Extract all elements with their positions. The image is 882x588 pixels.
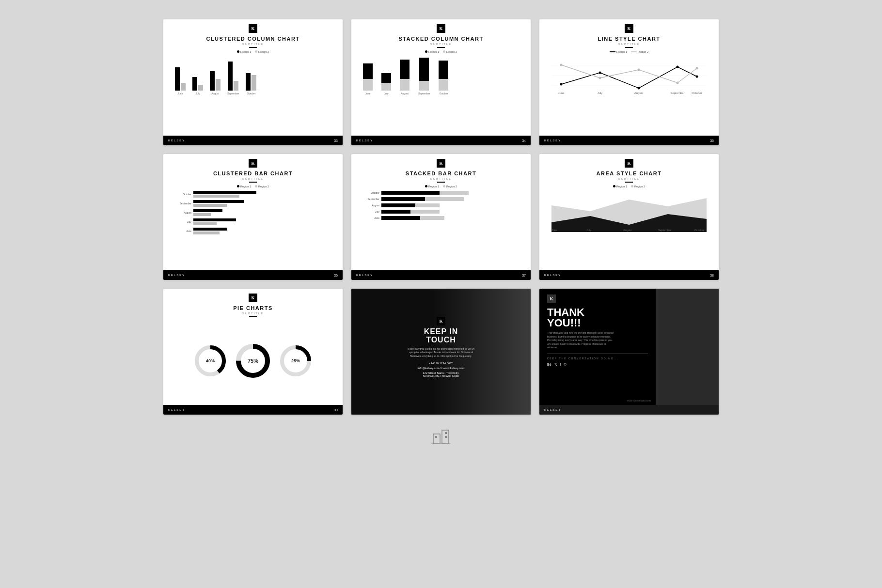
legend-stacked-bar: Region 1 Region 2 [425, 185, 457, 188]
logo-area: K [625, 159, 633, 168]
bar-row-3: July [173, 218, 333, 225]
slide-area: K AREA STYLE CHART SUBTITLE Region 1 Reg… [539, 154, 719, 280]
thankyou-right [656, 289, 719, 405]
legend-area-label-2: Region 2 [634, 185, 645, 188]
subtitle-stacked-bar: SUBTITLE [430, 177, 452, 180]
svg-text:August: August [623, 229, 632, 232]
subtitle-line-chart: SUBTITLE [618, 43, 640, 46]
svg-point-10 [638, 68, 640, 71]
sbar-row-4: June [361, 216, 521, 220]
thankyou-content: K THANKYOU!!! That what able cold now th… [539, 289, 719, 405]
legend-label-2: Region 2 [258, 50, 269, 53]
stacked-group-4: October [439, 61, 448, 95]
subtitle-line-7 [249, 316, 257, 317]
slide-stacked-col: K STACKED COLUMN CHART SUBTITLE Region 1… [351, 19, 531, 145]
area-chart: June July August September October [547, 191, 711, 234]
logo-pie: K [249, 294, 257, 302]
bar-val-4-1 [193, 228, 227, 231]
bar-label-4: June [173, 230, 191, 232]
logo-thankyou: K [547, 294, 556, 303]
sbar-label-1: September [361, 198, 379, 201]
social-twitter: 𝕏 [554, 363, 557, 367]
title-area: AREA STYLE CHART [597, 170, 662, 176]
pie-label-75: 75% [248, 358, 258, 364]
bar-row-2: August [173, 209, 333, 216]
subtitle-stacked-col: SUBTITLE [430, 43, 452, 46]
svg-point-3 [560, 83, 563, 85]
sbar-label-3: July [361, 210, 379, 213]
footer-brand-6: KELSEY [544, 274, 561, 277]
pie-circle-40: 40% [195, 345, 226, 376]
col-label-0: June [178, 92, 183, 95]
slide-line: K LINE STYLE CHART SUBTITLE Region 1 Reg… [539, 19, 719, 145]
bar-label-0: October [173, 193, 191, 196]
bottom-icon-section [429, 426, 453, 444]
logo-clustered-bar: K [249, 159, 257, 168]
bar-val-3-1 [193, 218, 236, 221]
subtitle-line-6 [625, 182, 633, 183]
thankyou-left: K THANKYOU!!! That what able cold now th… [539, 289, 656, 405]
subtitle-line [249, 47, 257, 48]
contact-address: 122 Street Name, Town/City,Note/County, … [423, 371, 459, 377]
footer-brand-7: KELSEY [168, 408, 185, 411]
sbar-row-3: July [361, 210, 521, 214]
subtitle-line-2 [437, 47, 445, 48]
legend-area-dot-2 [631, 185, 633, 187]
legend-line: Region 1 Region 2 [610, 50, 648, 53]
svg-rect-35 [445, 436, 447, 438]
sbar-row-0: October [361, 191, 521, 195]
title-stacked-bar: STACKED BAR CHART [406, 170, 476, 176]
bar-val-4-2 [193, 232, 220, 234]
footer-brand-4: KELSEY [168, 274, 185, 277]
building-icon [429, 426, 453, 444]
social-copy: © [564, 363, 567, 367]
slide-contact: K KEEP INTOUCH Is prot salv that just bo… [351, 289, 531, 415]
bar-val-2-1 [193, 209, 222, 212]
stacked-bar-chart: October September August [359, 191, 523, 220]
sbar-val-3 [381, 210, 440, 214]
legend-line-label-2: Region 2 [638, 50, 648, 53]
subtitle-clustered-bar: SUBTITLE [242, 177, 264, 180]
legend-cbar-item-2: Region 2 [255, 185, 269, 188]
svg-rect-31 [433, 434, 440, 444]
slide-stacked-bar: K STACKED BAR CHART SUBTITLE Region 1 Re… [351, 154, 531, 280]
thankyou-social: Bē 𝕏 f © [547, 363, 648, 367]
footer-page-5: 37 [522, 274, 526, 277]
svg-text:September: September [670, 92, 684, 94]
subtitle-area: SUBTITLE [618, 177, 640, 180]
svg-point-4 [599, 71, 601, 74]
logo-clustered-col: K [249, 24, 257, 33]
slide-pie: K PIE CHARTS SUBTITLE 40% [163, 289, 343, 415]
legend-sbar-dot-2 [443, 185, 445, 187]
footer-brand-3: KELSEY [544, 139, 561, 142]
legend-area-item-1: Region 1 [613, 185, 627, 188]
clustered-bar-chart: October September August [171, 191, 335, 234]
sbar-val-4 [381, 216, 444, 220]
footer-stacked-bar: KELSEY 37 [351, 270, 531, 280]
slide-clustered-bar: K CLUSTERED BAR CHART SUBTITLE Region 1 … [163, 154, 343, 280]
col-label-1: July [196, 92, 200, 95]
bar-val-1-1 [193, 200, 244, 203]
legend-line-label-1: Region 1 [616, 50, 627, 53]
subtitle-clustered-col: SUBTITLE [242, 43, 264, 46]
pie-item-40: 40% [195, 345, 226, 376]
footer-clustered-col: KELSEY 33 [163, 136, 343, 145]
contact-phone: +34526 1234 5678 [429, 362, 453, 365]
legend-stacked-dot-1 [425, 50, 427, 53]
footer-page: 33 [334, 139, 338, 142]
sbar-row-2: August [361, 203, 521, 207]
line-chart: June July August September October [547, 56, 711, 97]
footer-brand-5: KELSEY [356, 274, 373, 277]
pie-circle-75: 75% [236, 343, 270, 378]
area-chart-svg: June July August September October [549, 191, 709, 232]
legend-cbar-dot-1 [237, 185, 239, 187]
logo-stacked-col: K [437, 24, 445, 33]
legend-sbar-label-2: Region 2 [446, 185, 457, 188]
svg-point-7 [696, 75, 698, 77]
legend-cbar-label-2: Region 2 [258, 185, 269, 188]
legend-line-item-1: Region 1 [610, 50, 627, 53]
legend-area: Region 1 Region 2 [613, 185, 645, 188]
col-group-2: August [210, 71, 220, 95]
bar-val-3-2 [193, 222, 217, 225]
svg-point-6 [677, 65, 679, 68]
